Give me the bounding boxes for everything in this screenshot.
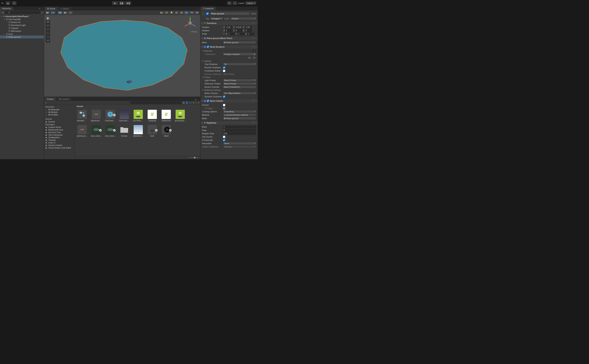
hierarchy-item[interactable]: ▼CamTrackAR [0,18,44,21]
asset-item[interactable]: #FollowCam [161,110,172,122]
lock-icon[interactable]: ⇥ [39,7,40,10]
hierarchy-item[interactable]: Plane ground [0,35,44,39]
rigidbody-header[interactable]: ▼ ⊕ Rigidbody ?⋮ [201,121,258,124]
package-item[interactable]: 🖿Custom NUnit [44,126,75,129]
preset-icon[interactable]: ⋮ [254,100,257,102]
hidden-toggle[interactable]: 👁̸ [184,11,189,14]
favorite-item[interactable]: ⌕All Prefabs [44,113,75,116]
preset-icon[interactable]: ⋮ [254,22,257,24]
mass-input[interactable] [223,126,256,128]
meshcollider-enabled[interactable] [207,100,209,102]
asset-item[interactable]: #CarScript [147,110,158,122]
menu-icon[interactable]: ⋮ [41,7,43,10]
rotation-x-input[interactable] [225,29,232,32]
active-checkbox[interactable] [206,12,209,15]
interpolate-dropdown[interactable]: None [223,142,256,145]
scale-tool[interactable]: ⤢ [46,28,50,31]
cloud-icon[interactable]: ☁ [6,1,10,5]
meshcollider-header[interactable]: ▼ ▦ Mesh Collider ?⋮ [201,99,258,103]
use-gravity-checkbox[interactable] [223,136,225,138]
console-tab[interactable]: ▤Console [56,97,71,101]
rotate-tool[interactable]: ⟳ [46,24,50,28]
lock-icon[interactable]: ⊝ [195,98,196,101]
position-x-input[interactable] [225,26,232,29]
collider-mesh-field[interactable]: ▦Plane ground [223,117,256,120]
hand-tool[interactable]: ✋ [46,17,50,20]
undo-history-icon[interactable]: ↻ [227,1,232,5]
grid-snap-button[interactable]: ⊞▾ [58,11,62,14]
rect-tool[interactable]: □ [46,31,50,35]
motion-vectors-dropdown[interactable]: Per Object Motion [223,92,256,95]
hierarchy-item[interactable]: Directional Light [0,24,44,27]
asset-item[interactable]: CamTrackAR [119,110,130,122]
asset-item[interactable]: splashscre... [133,125,144,137]
asset-item[interactable]: •••blackened_... [91,110,102,122]
package-item[interactable]: 🖿Test Framework [44,134,75,136]
filter-by-type-icon[interactable]: ▣ [183,102,185,104]
package-item[interactable]: 🖿Visual Studio Code Editor [44,147,75,149]
asset-item[interactable]: ▶CamTrackAR [105,110,116,122]
contribute-gi-checkbox[interactable] [223,70,225,72]
preset-icon[interactable]: ⋮ [254,37,257,39]
layout-dropdown[interactable]: Layout [245,1,256,5]
help-icon[interactable]: ? [252,122,254,124]
help-icon[interactable]: ? [252,37,254,39]
perspective-label[interactable]: Persp [190,31,197,33]
asset-item[interactable]: ground phy... [175,110,186,122]
scene-tab[interactable]: ⊞ Scene [45,6,58,11]
fx-toggle[interactable]: ✨ [179,11,184,14]
meshrenderer-enabled[interactable] [207,46,209,48]
transform-tool[interactable]: ⊹ [46,35,50,39]
camera-dropdown[interactable]: 📷▾ [189,11,194,14]
gizmos-dropdown[interactable]: ⊕▾ [195,11,199,14]
create-dropdown[interactable]: +▾ [1,11,4,14]
scene-viewport[interactable]: ✋ ✥ ⟳ ⤢ □ ⊹ ✦ [44,15,200,97]
orientation-gizmo[interactable]: y x z [184,17,197,30]
anchor-override-field[interactable]: None (Transform) [223,85,256,88]
scale-z-input[interactable] [247,32,254,35]
filter-by-label-icon[interactable]: 👤 [186,102,188,104]
layers-dropdown[interactable]: Layers [238,2,244,4]
snap-settings-button[interactable]: ⫫▾ [68,11,73,14]
assets-header[interactable]: Assets [44,117,75,120]
inspector-tab[interactable]: ⓘ Inspector [201,6,216,11]
thumbnail-size-slider[interactable] [75,156,200,159]
snap-increment-button[interactable]: ▦▾ [63,11,67,14]
pause-button[interactable]: ❚❚ [119,1,125,5]
scale-link-icon[interactable]: ⚭ [223,33,225,35]
game-tab[interactable]: ∞ Game [58,7,71,11]
mesh-field[interactable]: ▦Plane ground [223,41,256,44]
project-search-input[interactable] [130,101,182,104]
preset-icon[interactable]: ⋮ [254,46,257,48]
move-tool[interactable]: ✥ [46,20,50,24]
breadcrumb[interactable]: Assets [75,105,200,108]
add-material-button[interactable]: + [247,56,251,59]
help-icon[interactable]: ? [252,46,254,48]
asset-item[interactable]: Scenes [119,125,130,137]
2d-toggle[interactable]: 2D [164,11,169,14]
asset-item[interactable]: ▶race_cours... [105,125,116,137]
settings-hex-icon[interactable]: ⬡ [12,1,16,5]
rotation-z-input[interactable] [245,29,252,32]
preset-icon[interactable]: ⋮ [254,122,257,124]
collision-dropdown[interactable]: Discrete [223,145,256,148]
rotation-y-input[interactable] [235,29,242,32]
meshfilter-header[interactable]: ▼ ▦ Plane ground (Mesh Filter) ?⋮ [201,36,258,40]
menu-icon[interactable]: ⋮ [197,98,199,101]
is-kinematic-checkbox[interactable] [223,139,225,141]
plane-ground-mesh[interactable] [61,20,187,91]
receive-shadows-checkbox[interactable] [223,66,225,69]
light-probes-dropdown[interactable]: Blend Probes [223,79,256,82]
save-search-icon[interactable]: ★ [193,102,194,104]
package-item[interactable]: 🖿Unity UI [44,141,75,144]
layer-dropdown[interactable]: Default [230,17,256,20]
asset-item[interactable]: •••peachy-pop... [77,125,88,137]
favorite-filter-icon[interactable]: 🏷 [189,102,191,104]
package-item[interactable]: 🖿Newtonsoft Json [44,129,75,131]
draw-mode-dropdown[interactable]: ◐▾ [159,11,164,14]
audio-toggle[interactable]: 🔊 [174,11,179,14]
reflection-probes-dropdown[interactable]: Blend Probes [223,82,256,85]
scale-y-input[interactable] [238,32,245,35]
dynamic-occlusion-checkbox[interactable] [223,95,225,98]
asset-item[interactable]: Car Physics... [133,110,144,122]
